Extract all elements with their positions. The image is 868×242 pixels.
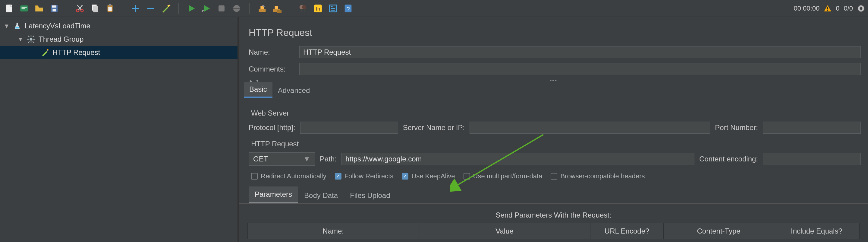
svg-rect-10 [93, 6, 98, 12]
plus-icon[interactable] [130, 2, 142, 15]
shutdown-icon[interactable] [230, 2, 243, 15]
encoding-label: Content encoding: [699, 155, 758, 163]
expand-icon[interactable] [327, 2, 339, 15]
warning-icon[interactable] [824, 4, 832, 12]
params-col-header[interactable]: URL Encode? [590, 223, 664, 239]
svg-rect-14 [147, 8, 154, 9]
checkbox-label: Use KeepAlive [411, 172, 455, 180]
panel-title: HTTP Request [239, 17, 868, 44]
checkbox-box [464, 173, 470, 180]
checkbox-browser[interactable]: Browser-compatible headers [551, 172, 645, 180]
stop-icon[interactable] [216, 2, 227, 15]
params-table[interactable]: Name:ValueURL Encode?Content-TypeInclude… [247, 223, 860, 239]
config-tabs: Basic Advanced [239, 84, 868, 98]
toolbar-separator [249, 3, 250, 14]
svg-point-35 [860, 7, 863, 10]
toolbar-separator [361, 3, 361, 14]
method-value: GET [253, 155, 268, 163]
open-icon[interactable] [33, 2, 45, 15]
checkbox-follow[interactable]: Follow Redirects [335, 172, 394, 180]
fn-toggle-icon[interactable]: fn [312, 2, 324, 15]
tab-body-data[interactable]: Body Data [298, 188, 344, 204]
svg-text:?: ? [346, 5, 350, 12]
params-col-header[interactable]: Content-Type [664, 223, 774, 239]
svg-rect-16 [218, 5, 224, 11]
checkbox-box [251, 173, 258, 180]
toolbar-separator [290, 3, 290, 14]
svg-rect-13 [108, 7, 112, 11]
new-icon[interactable] [3, 2, 15, 15]
run-icon[interactable] [185, 2, 197, 15]
svg-rect-41 [28, 35, 30, 37]
web-server-legend: Web Server [251, 109, 861, 117]
checkbox-redirect-auto[interactable]: Redirect Automatically [251, 172, 327, 180]
wand-icon[interactable] [160, 2, 172, 15]
tree-item[interactable]: HTTP Request [0, 46, 238, 59]
save-icon[interactable] [48, 2, 60, 15]
tree-label: LatencyVsLoadTime [25, 22, 90, 30]
tab-files-upload[interactable]: Files Upload [344, 188, 396, 204]
tab-basic[interactable]: Basic [244, 82, 273, 98]
svg-rect-42 [33, 35, 34, 37]
copy-icon[interactable] [89, 2, 101, 15]
status-area: 00:00:00 0 0/0 [794, 4, 865, 12]
tree-item[interactable]: ▼LatencyVsLoadTime [0, 19, 238, 33]
checkbox-box [551, 173, 557, 180]
svg-rect-12 [109, 4, 112, 6]
server-input[interactable] [470, 122, 710, 134]
tab-parameters[interactable]: Parameters [249, 187, 298, 204]
paste-icon[interactable] [104, 2, 116, 15]
name-label: Name: [249, 48, 294, 56]
params-col-header[interactable]: Include Equals? [774, 223, 859, 239]
svg-rect-6 [53, 9, 56, 11]
svg-rect-40 [33, 39, 35, 39]
method-select[interactable]: GET ▼ [249, 152, 315, 166]
tree-item[interactable]: ▼Thread Group [0, 33, 238, 46]
params-col-header[interactable]: Value [419, 223, 590, 239]
port-input[interactable] [763, 122, 861, 134]
path-input[interactable] [341, 153, 694, 165]
checkbox-multipart[interactable]: Use multipart/form-data [464, 172, 542, 180]
clear-icon[interactable] [256, 2, 268, 15]
body-tabs: Parameters Body Data Files Upload [239, 188, 868, 204]
threads-idle-icon [857, 4, 865, 12]
main-toolbar: fn? 00:00:00 0 0/0 [0, 0, 868, 17]
templates-icon[interactable] [18, 2, 30, 15]
cut-icon[interactable] [74, 2, 86, 15]
tree-twisty[interactable]: ▼ [4, 23, 10, 30]
svg-rect-18 [233, 8, 240, 9]
protocol-label: Protocol [http]: [249, 124, 296, 132]
flask-icon [13, 21, 22, 30]
tree-twisty[interactable] [31, 49, 37, 56]
svg-rect-43 [28, 41, 30, 43]
protocol-input[interactable] [300, 122, 398, 134]
minus-icon[interactable] [145, 2, 157, 15]
checkbox-keepalive[interactable]: Use KeepAlive [402, 172, 455, 180]
search-icon[interactable] [297, 2, 309, 15]
clear-all-icon[interactable] [271, 2, 283, 15]
tree-label: Thread Group [38, 35, 84, 44]
elapsed-time: 00:00:00 [794, 4, 820, 12]
toolbar-separator [123, 3, 123, 14]
section-collapser[interactable]: ▲ ▼ ••• [239, 78, 868, 84]
encoding-input[interactable] [763, 153, 861, 165]
svg-rect-29 [331, 10, 335, 10]
svg-rect-39 [27, 39, 29, 39]
svg-point-45 [47, 49, 49, 50]
svg-rect-0 [6, 4, 12, 12]
svg-rect-21 [277, 10, 281, 13]
help-icon[interactable]: ? [342, 2, 354, 15]
svg-rect-2 [22, 7, 27, 7]
tree-twisty[interactable]: ▼ [18, 36, 24, 43]
test-plan-tree[interactable]: ▼LatencyVsLoadTime▼Thread Group HTTP Req… [0, 17, 238, 242]
comments-input[interactable] [299, 63, 861, 75]
name-input[interactable] [299, 46, 861, 58]
tab-advanced[interactable]: Advanced [273, 83, 315, 98]
path-label: Path: [320, 155, 337, 163]
svg-point-23 [302, 5, 306, 9]
editor-panel: HTTP Request Name: Comments: ▲ ▼ ••• Bas… [239, 17, 868, 242]
server-label: Server Name or IP: [403, 124, 465, 132]
run-loop-icon[interactable] [200, 2, 213, 15]
thread-count: 0/0 [844, 4, 853, 12]
params-col-header[interactable]: Name: [248, 223, 419, 239]
